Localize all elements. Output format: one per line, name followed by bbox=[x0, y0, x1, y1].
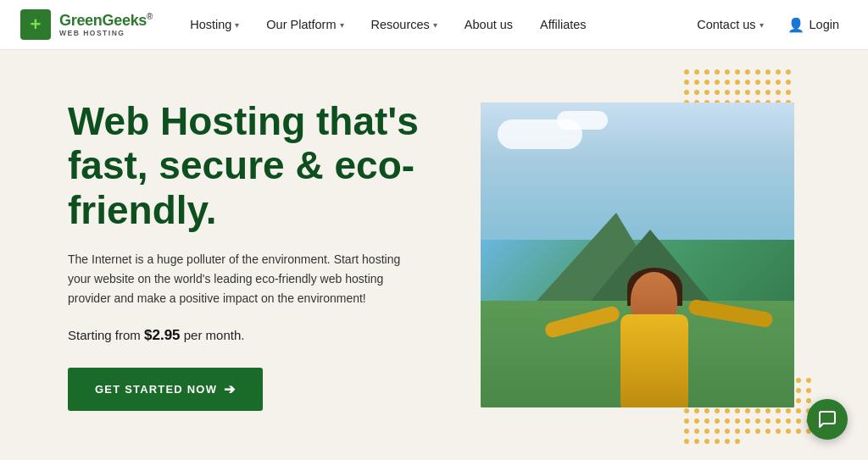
navbar: + GreenGeeks® WEB HOSTING Hosting ▾ Our … bbox=[0, 0, 868, 50]
chat-bubble-button[interactable] bbox=[807, 399, 848, 440]
hero-heading: Web Hosting that's fast, secure & eco- f… bbox=[68, 99, 458, 234]
brand-green: Green bbox=[59, 12, 103, 29]
contact-us-button[interactable]: Contact us ▾ bbox=[685, 0, 775, 50]
price-value: $2.95 bbox=[144, 327, 181, 343]
hero-section: Web Hosting that's fast, secure & eco- f… bbox=[0, 50, 868, 460]
person-figure bbox=[612, 272, 697, 407]
hero-heading-line3: friendly. bbox=[68, 188, 217, 232]
logo-icon: + bbox=[20, 9, 51, 40]
chevron-down-icon: ▾ bbox=[340, 20, 344, 30]
brand-subtitle: WEB HOSTING bbox=[59, 30, 153, 37]
price-prefix: Starting from bbox=[68, 328, 144, 342]
person-body bbox=[612, 272, 697, 407]
hero-description: The Internet is a huge polluter of the e… bbox=[68, 250, 407, 308]
nav-label-about-us: About us bbox=[465, 18, 513, 31]
nav-label-hosting: Hosting bbox=[190, 18, 231, 31]
price-suffix: per month. bbox=[181, 328, 245, 342]
chevron-down-icon: ▾ bbox=[235, 20, 239, 30]
login-button[interactable]: 👤 Login bbox=[779, 0, 848, 50]
nav-item-resources[interactable]: Resources ▾ bbox=[358, 0, 451, 50]
get-started-button[interactable]: GET STARTED NOW ➔ bbox=[68, 368, 263, 411]
arrow-icon: ➔ bbox=[224, 381, 236, 397]
chevron-down-icon: ▾ bbox=[760, 20, 764, 30]
nav-item-hosting[interactable]: Hosting ▾ bbox=[176, 0, 253, 50]
hero-photo bbox=[481, 103, 794, 407]
hero-heading-line2: fast, secure & eco- bbox=[68, 143, 415, 187]
nav-label-resources: Resources bbox=[371, 18, 430, 31]
nav-item-our-platform[interactable]: Our Platform ▾ bbox=[253, 0, 357, 50]
nav-item-about-us[interactable]: About us bbox=[451, 0, 526, 50]
nav-label-our-platform: Our Platform bbox=[266, 18, 336, 31]
hero-heading-line1: Web Hosting that's bbox=[68, 99, 419, 143]
nav-label-affiliates: Affiliates bbox=[540, 18, 587, 31]
brand-name: GreenGeeks® bbox=[59, 13, 153, 28]
chat-icon bbox=[817, 409, 837, 430]
plus-icon: + bbox=[31, 14, 42, 36]
hero-image bbox=[481, 103, 794, 407]
contact-us-label: Contact us bbox=[697, 18, 755, 31]
cloud-2 bbox=[557, 111, 608, 130]
nav-right: Contact us ▾ 👤 Login bbox=[685, 0, 848, 50]
yellow-jacket bbox=[620, 314, 688, 407]
brand-geeks: Geeks bbox=[103, 12, 147, 29]
hero-right bbox=[458, 50, 817, 460]
logo-text: GreenGeeks® WEB HOSTING bbox=[59, 13, 153, 37]
user-icon: 👤 bbox=[787, 17, 804, 33]
cta-label: GET STARTED NOW bbox=[95, 383, 217, 396]
hero-price: Starting from $2.95 per month. bbox=[68, 327, 458, 344]
logo[interactable]: + GreenGeeks® WEB HOSTING bbox=[20, 9, 153, 40]
chevron-down-icon: ▾ bbox=[433, 20, 437, 30]
hero-left: Web Hosting that's fast, secure & eco- f… bbox=[68, 99, 458, 412]
nav-item-affiliates[interactable]: Affiliates bbox=[526, 0, 600, 50]
nav-links: Hosting ▾ Our Platform ▾ Resources ▾ Abo… bbox=[176, 0, 685, 50]
login-label: Login bbox=[810, 18, 839, 31]
